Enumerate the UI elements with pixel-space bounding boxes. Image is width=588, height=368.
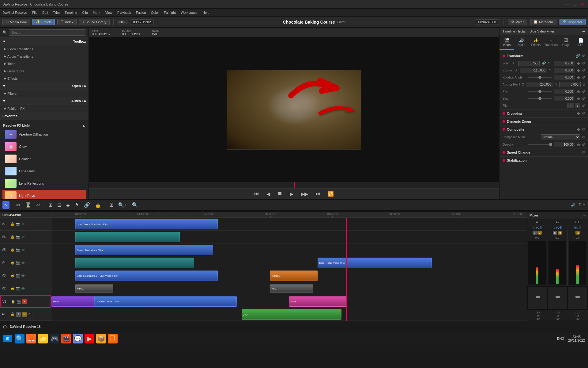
fairlight-fx-header[interactable]: ▶ Fairlight FX (0, 105, 89, 112)
fader-a1[interactable] (528, 287, 547, 309)
composite-mode-reset[interactable]: ↺ (582, 135, 585, 140)
a2-solo-button[interactable]: S (553, 231, 557, 235)
composite-add-icon[interactable]: ⊕ (577, 127, 580, 132)
filters-header[interactable]: ▶ Filters (0, 90, 89, 97)
fx-item-aperture-diffraction[interactable]: ✦ Aperture Diffraction (2, 128, 86, 140)
inspector-tab-video[interactable]: 🎬 Video (499, 35, 514, 50)
steam-icon[interactable]: 🎮 (50, 334, 59, 343)
toolbox-header[interactable]: ▼ Toolbox (0, 38, 89, 45)
clip-gradient-blue[interactable]: Gradient - Blue Color (94, 296, 237, 307)
pitch-reset-icon[interactable]: ↺ (582, 90, 585, 94)
track-eye-v7[interactable]: 👁 (21, 222, 25, 226)
transform-link-icon[interactable]: 🔗 (575, 54, 580, 58)
clip-adju-v2[interactable]: Adju... (75, 284, 113, 293)
menu-color[interactable]: Color (151, 11, 159, 14)
search-taskbar-icon[interactable]: 🔍 (15, 334, 24, 343)
cropping-add-icon[interactable]: ⊕ (577, 111, 580, 116)
effects-header[interactable]: ▶ Effects (0, 75, 89, 82)
next-frame-button[interactable]: ▶▶ (299, 190, 310, 197)
track-lock-v5[interactable]: 🔒 (10, 248, 15, 252)
maximize-button[interactable]: □ (573, 2, 578, 7)
fx-item-light-rays[interactable]: ☼ Light Rays (2, 190, 86, 199)
prev-frame-button[interactable]: ◀ (265, 190, 272, 197)
a2-mute-button[interactable]: M (558, 231, 562, 235)
inspector-more-icon[interactable]: ··· (582, 29, 585, 33)
fx-item-glow[interactable]: ◉ Glow (2, 141, 86, 152)
track-video-v6[interactable]: 📷 (16, 235, 20, 239)
stabilization-header[interactable]: Stabilization (499, 157, 588, 164)
collapse-icon[interactable]: ▲ (82, 124, 85, 127)
browser-icon[interactable]: 🦊 (26, 334, 36, 343)
zoom-display[interactable]: 30% (117, 20, 128, 25)
start-button[interactable]: ⊞ (3, 335, 12, 342)
zoom-out-tl[interactable]: 🔍− (130, 201, 142, 209)
cropping-reset-icon[interactable]: ↺ (582, 111, 585, 116)
track-mute-a1[interactable]: M (22, 312, 27, 317)
clip-flag[interactable]: ⚑ (73, 201, 81, 209)
minimize-button[interactable]: — (564, 2, 571, 7)
bus1-mute-button[interactable]: M (575, 231, 580, 235)
inspector-tab-effects[interactable]: ✨ Effects (529, 35, 543, 50)
clip-v6-teal[interactable] (75, 232, 180, 242)
resolve-taskbar-icon[interactable]: 🎞 (108, 334, 118, 343)
opacity-input[interactable] (554, 142, 575, 147)
metadata-button[interactable]: 📋 Metadata (530, 19, 556, 25)
track-eye-v3[interactable]: 👁 (21, 274, 25, 278)
fx-item-lens-reflections[interactable]: ◎ Lens Reflections (2, 178, 86, 189)
yaw-input[interactable] (554, 96, 575, 101)
edit-point[interactable]: ◈ (65, 201, 71, 209)
youtube-icon[interactable]: ▶ (85, 334, 94, 343)
mixer-more-icon[interactable]: ··· (583, 213, 586, 217)
loop-button[interactable]: 🔁 (326, 190, 336, 197)
position-add-icon[interactable]: ⊕ (577, 68, 580, 73)
menu-fairlight[interactable]: Fairlight (164, 11, 176, 14)
clip-split[interactable]: ⊟ (56, 201, 63, 209)
inspector-tab-transition[interactable]: ↔ Transition (543, 35, 559, 50)
close-button[interactable]: ✕ (579, 2, 586, 7)
track-solo-a1[interactable]: S (16, 312, 21, 317)
track-eye-v6[interactable]: 👁 (21, 235, 25, 239)
yaw-slider[interactable] (528, 98, 552, 99)
menu-fusion[interactable]: Fusion (136, 11, 146, 14)
flip-v-button[interactable]: ↕ (575, 103, 580, 108)
opacity-reset-icon[interactable]: ↺ (582, 143, 585, 147)
app-icon-red[interactable]: 🎬 (61, 334, 71, 343)
effects-panel-button[interactable]: ✨ Effects (32, 19, 55, 25)
rotation-input[interactable] (554, 75, 575, 80)
anchor-x-input[interactable] (526, 82, 553, 87)
opacity-slider[interactable] (528, 144, 552, 145)
clip-lava-cake[interactable]: Lava Cake - Blue Video Filter (75, 219, 218, 229)
a1-mute-button[interactable]: M (537, 231, 542, 235)
clip-mah[interactable]: MAH... (289, 296, 346, 307)
inspector-tab-image[interactable]: 🖼 Image (559, 35, 573, 50)
audio-transitions-header[interactable]: ▶ Audio Transitions (0, 53, 89, 60)
stop-button[interactable]: ⏹ (276, 190, 284, 197)
track-video-v5[interactable]: 📷 (16, 248, 20, 252)
menu-view[interactable]: View (105, 11, 112, 14)
zoom-in-tl[interactable]: 🔍+ (117, 201, 129, 209)
menu-edit[interactable]: Edit (42, 11, 48, 14)
smooth-tool[interactable]: ↩ (35, 201, 42, 209)
opacity-add-icon[interactable]: ⊕ (577, 143, 580, 147)
menu-davinci-resolve[interactable]: DaVinci Resolve (2, 11, 27, 14)
clip-join[interactable]: ⊞ (47, 201, 54, 209)
zoom-reset-icon[interactable]: ↺ (582, 61, 585, 66)
track-video-v4[interactable]: 📷 (16, 261, 20, 265)
track-eye-v4[interactable]: 👁 (21, 261, 25, 265)
sound-library-button[interactable]: ♪ Sound Library (79, 19, 110, 25)
track-video-v1[interactable]: 📷 (17, 300, 21, 304)
inspector-button[interactable]: 🔍 Inspector (560, 19, 586, 25)
transform-header[interactable]: Transform 🔗 ↺ (499, 52, 588, 60)
menu-mark[interactable]: Mark (93, 11, 100, 14)
pitch-input[interactable] (554, 89, 575, 94)
index-button[interactable]: ☰ Index (57, 19, 77, 25)
favorites-header[interactable]: Favorites (0, 112, 89, 120)
position-y-input[interactable] (554, 68, 575, 73)
menu-clip[interactable]: Clip (82, 11, 88, 14)
track-lock-v3[interactable]: 🔒 (10, 274, 15, 278)
pitch-slider[interactable] (528, 91, 552, 92)
a1-solo-button[interactable]: S (533, 231, 537, 235)
menu-playback[interactable]: Playback (117, 11, 131, 14)
mixer-button[interactable]: ⚙ Mixer (508, 19, 527, 25)
clip-hazel[interactable]: Hazel... (51, 296, 99, 307)
